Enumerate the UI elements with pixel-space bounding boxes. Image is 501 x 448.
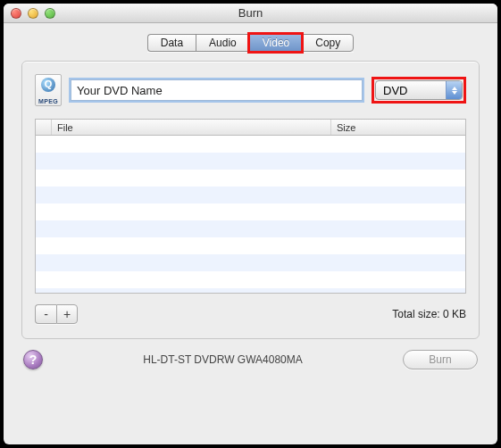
app-window: Burn Data Audio Video Copy MPEG DVD [4,4,497,444]
minus-icon: - [44,307,48,321]
table-row [36,136,465,153]
help-button[interactable]: ? [23,350,43,369]
mpeg-icon-caption: MPEG [38,98,58,105]
table-body[interactable] [36,136,465,294]
help-icon: ? [29,353,38,367]
tab-bar: Data Audio Video Copy [4,23,497,61]
column-handle[interactable] [36,120,52,135]
footer: ? HL-DT-ST DVDRW GWA4080MA Burn [4,350,497,382]
close-icon[interactable] [11,8,21,19]
total-size-value: 0 KB [443,308,466,320]
column-file[interactable]: File [52,120,331,135]
table-row [36,153,465,170]
disc-name-input[interactable] [71,79,363,101]
burn-button-label: Burn [429,353,451,366]
zoom-icon[interactable] [45,8,55,19]
column-size[interactable]: Size [331,120,465,135]
add-button[interactable]: + [56,304,78,324]
burn-button[interactable]: Burn [403,350,478,369]
table-row [36,220,465,237]
remove-button[interactable]: - [35,304,56,324]
plus-icon: + [63,307,71,321]
tab-audio[interactable]: Audio [196,34,249,52]
table-footer-row: - + Total size: 0 KB [35,304,466,324]
name-row: MPEG DVD [35,74,466,106]
mpeg-file-icon: MPEG [35,74,62,106]
total-size: Total size: 0 KB [392,308,466,320]
column-file-label: File [57,122,73,133]
format-dropdown[interactable]: DVD [375,80,463,100]
tab-data[interactable]: Data [147,34,196,52]
tab-segmented-control: Data Audio Video Copy [147,34,355,52]
window-controls [4,8,55,19]
window-title: Burn [4,6,497,20]
total-size-label: Total size: [392,308,439,320]
table-row [36,254,465,271]
table-row [36,203,465,220]
tab-video[interactable]: Video [249,34,302,52]
titlebar[interactable]: Burn [4,4,497,23]
tab-copy-label: Copy [315,37,340,49]
updown-icon [446,81,462,99]
tab-copy[interactable]: Copy [302,34,354,52]
table-header: File Size [36,120,465,136]
table-row [36,271,465,288]
tab-video-label: Video [263,37,289,49]
minimize-icon[interactable] [28,8,38,19]
table-row [36,288,465,294]
main-panel: MPEG DVD File Size [21,61,480,339]
column-size-label: Size [337,122,355,133]
file-table: File Size [35,119,466,294]
format-highlight-box: DVD [372,77,466,104]
table-row [36,237,465,254]
table-row [36,170,465,187]
device-label: HL-DT-ST DVDRW GWA4080MA [54,353,392,366]
tab-audio-label: Audio [209,37,237,49]
add-remove-group: - + [35,304,78,324]
table-row [36,187,465,203]
tab-data-label: Data [161,37,183,49]
format-dropdown-value: DVD [376,84,446,97]
